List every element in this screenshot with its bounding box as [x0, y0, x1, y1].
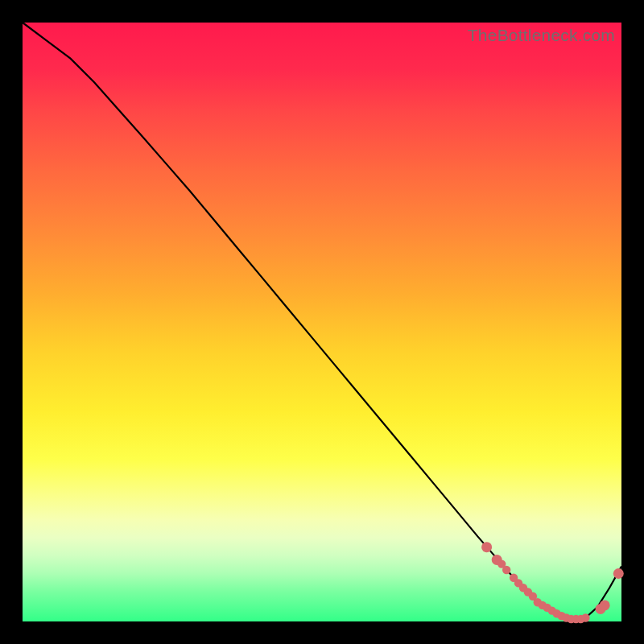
marker-dot: [613, 568, 624, 579]
series-markers: [481, 542, 624, 623]
chart-svg: [23, 23, 621, 621]
marker-dot: [502, 566, 510, 574]
marker-dot: [481, 542, 492, 552]
marker-dot: [581, 613, 589, 621]
chart-area: TheBottleneck.com: [23, 23, 621, 621]
bottleneck-curve: [23, 23, 621, 619]
marker-dot: [600, 600, 610, 610]
